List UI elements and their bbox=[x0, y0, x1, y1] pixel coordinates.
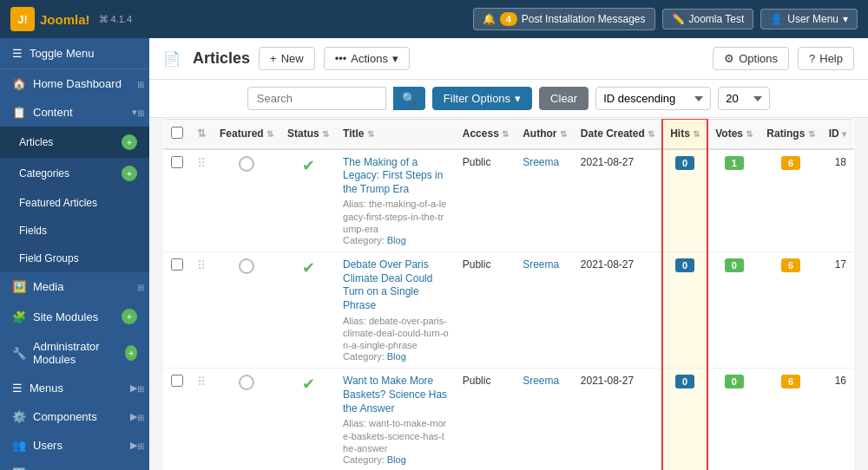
sidebar-item-users[interactable]: 👥 Users ▶ ⊞ bbox=[0, 431, 149, 460]
ratings-badge[interactable]: 6 bbox=[781, 258, 800, 272]
user-menu-button[interactable]: 👤 User Menu ▾ bbox=[760, 9, 858, 29]
id-value: 16 bbox=[835, 375, 846, 387]
options-button[interactable]: ⚙ Options bbox=[713, 47, 789, 70]
search-input[interactable] bbox=[247, 87, 386, 110]
status-icon[interactable]: ✔ bbox=[302, 157, 315, 174]
admin-modules-icon: 🔧 bbox=[12, 347, 26, 360]
search-button[interactable]: 🔍 bbox=[393, 87, 425, 110]
edit-button[interactable]: ✏️ Joomla Test bbox=[662, 9, 754, 29]
options-label: Options bbox=[739, 52, 778, 65]
sidebar-item-field-groups[interactable]: Field Groups bbox=[0, 245, 149, 272]
sort-select[interactable]: ID descending ID ascending Title ascendi… bbox=[595, 87, 711, 110]
status-icon[interactable]: ✔ bbox=[302, 375, 315, 393]
sidebar-item-content[interactable]: 📋 Content ▾ ⊞ bbox=[0, 98, 149, 127]
votes-badge[interactable]: 0 bbox=[725, 375, 744, 388]
drag-handle[interactable]: ⠿ bbox=[197, 375, 206, 388]
row-checkbox-cell bbox=[164, 369, 191, 470]
col-header-status[interactable]: Status ⇅ bbox=[280, 119, 336, 149]
filter-arrow-icon: ▾ bbox=[515, 92, 521, 105]
row-title-cell: Want to Make More Baskets? Science Has t… bbox=[336, 369, 456, 470]
drag-handle[interactable]: ⠿ bbox=[197, 156, 206, 170]
author-link[interactable]: Sreema bbox=[523, 258, 559, 271]
article-alias: Alias: want-to-make-more-baskets-science… bbox=[343, 417, 449, 454]
access-sort-icon: ⇅ bbox=[502, 129, 509, 139]
new-button[interactable]: + New bbox=[259, 47, 315, 70]
articles-table: ⇅ Featured ⇅ Status ⇅ Title ⇅ Access ⇅ bbox=[163, 118, 854, 470]
featured-status[interactable] bbox=[239, 258, 254, 274]
sidebar-item-articles[interactable]: Articles + bbox=[0, 127, 149, 158]
row-featured-cell bbox=[213, 369, 280, 470]
row-title-cell: The Making of a Legacy: First Steps in t… bbox=[336, 149, 456, 252]
col-header-check[interactable] bbox=[164, 119, 191, 149]
col-header-title[interactable]: Title ⇅ bbox=[336, 119, 456, 149]
category-link[interactable]: Blog bbox=[387, 351, 406, 362]
row-access-cell: Public bbox=[456, 369, 516, 470]
hits-badge[interactable]: 0 bbox=[675, 156, 694, 170]
row-checkbox[interactable] bbox=[171, 156, 183, 168]
toolbar-row: 🔍 Filter Options ▾ Clear ID descending I… bbox=[149, 80, 868, 118]
hits-badge[interactable]: 0 bbox=[675, 258, 694, 272]
col-header-author[interactable]: Author ⇅ bbox=[516, 119, 574, 149]
row-drag-cell: ⠿ bbox=[190, 149, 213, 252]
category-link[interactable]: Blog bbox=[387, 235, 406, 245]
access-value: Public bbox=[463, 375, 491, 387]
col-header-date[interactable]: Date Created ⇅ bbox=[574, 119, 662, 149]
notifications-button[interactable]: 🔔 4 Post Installation Messages bbox=[473, 8, 655, 30]
select-all-checkbox[interactable] bbox=[171, 127, 183, 139]
row-checkbox[interactable] bbox=[171, 375, 183, 387]
sidebar-item-site-modules[interactable]: 🧩 Site Modules + bbox=[0, 301, 149, 332]
votes-badge[interactable]: 0 bbox=[725, 258, 744, 272]
actions-button[interactable]: ••• Actions ▾ bbox=[324, 47, 410, 70]
author-link[interactable]: Sreema bbox=[523, 375, 559, 387]
admin-modules-add-badge[interactable]: + bbox=[125, 345, 137, 361]
sidebar-item-components[interactable]: ⚙️ Components ▶ ⊞ bbox=[0, 402, 149, 431]
featured-status[interactable] bbox=[239, 156, 254, 172]
sidebar-item-home[interactable]: 🏠 Home Dashboard ⊞ bbox=[0, 69, 149, 98]
col-header-id[interactable]: ID ▾ bbox=[822, 119, 854, 149]
sidebar-item-categories[interactable]: Categories + bbox=[0, 158, 149, 189]
row-ratings-cell: 6 bbox=[760, 149, 821, 252]
site-modules-label: Site Modules bbox=[33, 310, 98, 323]
article-title-link[interactable]: Want to Make More Baskets? Science Has t… bbox=[343, 375, 447, 414]
users-arrow: ▶ bbox=[130, 440, 137, 451]
col-header-hits[interactable]: Hits ⇅ bbox=[662, 119, 707, 149]
col-header-ratings[interactable]: Ratings ⇅ bbox=[760, 119, 821, 149]
col-header-featured[interactable]: Featured ⇅ bbox=[213, 119, 280, 149]
votes-badge[interactable]: 1 bbox=[725, 156, 744, 170]
article-title-link[interactable]: Debate Over Paris Climate Deal Could Tur… bbox=[343, 258, 432, 311]
row-id-cell: 18 bbox=[822, 149, 854, 252]
sidebar-item-admin-modules[interactable]: 🔧 Administrator Modules + bbox=[0, 332, 149, 374]
per-page-select[interactable]: 20 5 10 50 bbox=[718, 87, 770, 110]
help-button[interactable]: ? Help bbox=[798, 47, 854, 70]
hits-badge[interactable]: 0 bbox=[675, 375, 694, 388]
row-checkbox[interactable] bbox=[171, 258, 183, 271]
col-header-votes[interactable]: Votes ⇅ bbox=[707, 119, 760, 149]
author-link[interactable]: Sreema bbox=[523, 156, 559, 168]
row-status-cell: ✔ bbox=[280, 252, 336, 369]
categories-add-badge[interactable]: + bbox=[122, 166, 137, 181]
sidebar-item-system[interactable]: ℹ️ System bbox=[0, 460, 149, 470]
status-icon[interactable]: ✔ bbox=[302, 259, 315, 277]
article-title-link[interactable]: The Making of a Legacy: First Steps in t… bbox=[343, 156, 443, 195]
row-author-cell: Sreema bbox=[516, 252, 574, 369]
site-modules-add-badge[interactable]: + bbox=[122, 309, 137, 324]
access-value: Public bbox=[463, 156, 491, 168]
articles-add-badge[interactable]: + bbox=[122, 134, 137, 150]
ratings-badge[interactable]: 6 bbox=[781, 156, 800, 170]
featured-status[interactable] bbox=[239, 375, 254, 390]
toggle-menu-label: Toggle Menu bbox=[30, 47, 94, 60]
drag-handle[interactable]: ⠿ bbox=[197, 258, 206, 272]
toggle-menu-button[interactable]: ☰ Toggle Menu ⊞ bbox=[0, 38, 149, 69]
col-header-access[interactable]: Access ⇅ bbox=[456, 119, 516, 149]
category-link[interactable]: Blog bbox=[387, 454, 406, 465]
sidebar-item-media[interactable]: 🖼️ Media ⊞ bbox=[0, 272, 149, 301]
id-value: 17 bbox=[835, 258, 846, 271]
filter-options-button[interactable]: Filter Options ▾ bbox=[432, 87, 532, 110]
sidebar-item-fields[interactable]: Fields bbox=[0, 217, 149, 245]
actions-dots-icon: ••• bbox=[335, 52, 347, 65]
sidebar-item-featured[interactable]: Featured Articles bbox=[0, 189, 149, 217]
col-header-order: ⇅ bbox=[190, 119, 213, 149]
ratings-badge[interactable]: 6 bbox=[781, 375, 800, 388]
sidebar-item-menus[interactable]: ☰ Menus ▶ ⊞ bbox=[0, 374, 149, 402]
clear-button[interactable]: Clear bbox=[539, 87, 589, 110]
